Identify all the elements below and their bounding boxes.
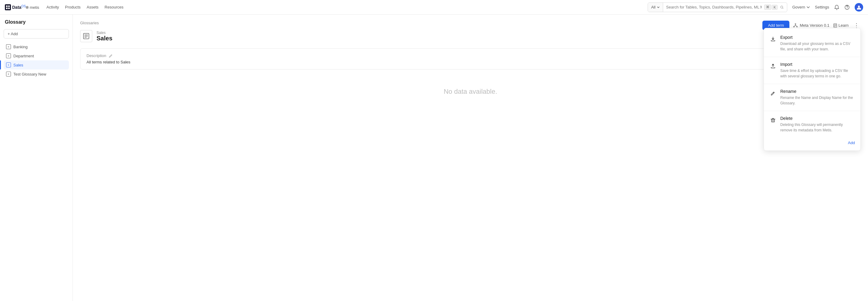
doc-icon [6,44,11,49]
topnav-links: Activity Products Assets Resources [46,4,124,11]
export-title: Export [780,35,855,40]
topnav-right: Govern Settings [792,3,863,11]
svg-rect-14 [772,119,775,122]
learn-button[interactable]: Learn [833,23,848,28]
svg-rect-0 [6,5,8,7]
svg-point-11 [797,26,798,27]
menu-item-import[interactable]: Import Save time & effort by uploading a… [764,58,860,83]
search-keyboard-shortcut: ⌘ K [764,5,778,10]
chevron-down-icon [806,5,810,9]
description-label: Description [87,53,854,58]
sidebar-item-test-glossary-new[interactable]: Test Glossary New [4,69,69,79]
nav-activity[interactable]: Activity [46,4,59,11]
svg-point-10 [794,26,795,27]
meta-version-icon [793,23,798,28]
topnav: DataOS® metis Activity Products Assets R… [0,0,868,14]
add-link-row: Add [764,137,860,148]
svg-rect-1 [8,5,10,7]
search-input-area: ⌘ K [663,5,787,10]
add-link[interactable]: Add [848,141,855,145]
svg-rect-2 [6,8,8,9]
doc-icon [6,71,11,77]
sidebar: Glossary + Add Banking Department Sales … [0,14,73,301]
delete-desc: Deleting this Glossary will permanently … [780,122,855,133]
breadcrumb: Glossaries [80,21,861,25]
glossary-category: Sales [96,31,112,35]
search-bar: All ⌘ K [648,2,787,12]
svg-point-6 [847,8,847,9]
learn-doc-icon [833,23,837,28]
svg-point-9 [795,23,796,24]
rename-content: Rename Rename the Name and Display Name … [780,89,855,106]
rename-icon [769,90,777,97]
menu-item-rename[interactable]: Rename Rename the Name and Display Name … [764,85,860,110]
meta-version[interactable]: Meta Version 0.1 [793,23,830,28]
govern-button[interactable]: Govern [792,5,810,9]
settings-link[interactable]: Settings [815,4,829,11]
doc-icon [6,53,11,58]
sidebar-title: Glossary [4,20,69,25]
logo-icon [5,4,11,10]
delete-title: Delete [780,116,855,121]
menu-divider-2 [764,84,860,84]
logo-text: DataOS® metis [12,5,39,10]
search-all-dropdown[interactable]: All [648,3,663,12]
export-icon [769,35,777,43]
import-icon [769,62,777,70]
import-content: Import Save time & effort by uploading a… [780,62,855,79]
main-content: Glossaries Add term Meta Version 0.1 Lea… [73,14,868,301]
glossary-name: Sales [96,35,112,42]
description-text: All terms related to Sales [87,60,854,64]
nav-assets[interactable]: Assets [87,4,99,11]
chevron-down-icon [657,6,660,9]
export-content: Export Download all your glossary terms … [780,35,855,52]
doc-icon [6,62,11,67]
add-glossary-button[interactable]: + Add [4,29,69,38]
import-title: Import [780,62,855,67]
logo[interactable]: DataOS® metis [5,4,39,10]
rename-desc: Rename the Name and Display Name for the… [780,95,855,106]
export-desc: Download all your glossary terms as a CS… [780,41,855,52]
nav-products[interactable]: Products [65,4,81,11]
svg-point-8 [858,5,860,7]
rename-title: Rename [780,89,855,94]
description-box: Description All terms related to Sales [80,48,861,69]
nav-resources[interactable]: Resources [105,4,124,11]
import-desc: Save time & effort by uploading a CSV fi… [780,68,855,79]
menu-divider-1 [764,57,860,57]
search-input[interactable] [666,5,762,9]
glossary-header: Sales Sales [80,30,861,42]
search-icon[interactable] [780,5,784,10]
svg-rect-3 [8,8,10,9]
menu-item-export[interactable]: Export Download all your glossary terms … [764,31,860,56]
notifications-button[interactable] [834,5,839,10]
menu-item-delete[interactable]: Delete Deleting this Glossary will perma… [764,112,860,137]
delete-icon [769,117,777,124]
help-button[interactable] [844,5,850,10]
dropdown-menu: Export Download all your glossary terms … [764,28,861,151]
sidebar-item-department[interactable]: Department [4,51,69,60]
glossary-header-text: Sales Sales [96,31,112,42]
sidebar-item-sales[interactable]: Sales [4,60,69,69]
no-data-message: No data available. [80,88,861,96]
delete-content: Delete Deleting this Glossary will perma… [780,116,855,133]
sidebar-item-banking[interactable]: Banking [4,42,69,51]
page-layout: Glossary + Add Banking Department Sales … [0,14,868,301]
glossary-icon [80,30,92,42]
user-avatar[interactable] [855,3,863,11]
edit-description-icon[interactable] [108,53,113,58]
